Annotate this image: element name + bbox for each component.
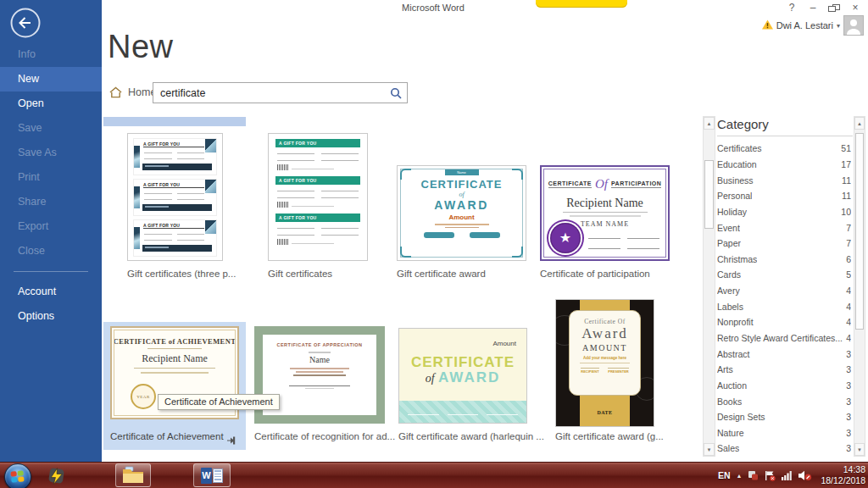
template-label[interactable]: Gift certificate award [397,269,486,279]
scroll-down-button[interactable]: ▼ [704,443,715,456]
help-button[interactable]: ? [786,2,798,14]
template-label[interactable]: Gift certificates (three p... [127,269,236,279]
category-item-christmas[interactable]: Christmas6 [717,251,851,267]
tray-network-icon[interactable] [782,470,793,480]
category-item-design-sets[interactable]: Design Sets3 [717,409,851,425]
gift-slip: A GIFT FOR YOU [133,179,217,216]
category-item-abstract[interactable]: Abstract3 [717,346,851,362]
tray-volume-icon[interactable] [798,470,812,481]
starburst-badge: ★ [550,223,581,253]
template-gift-certificate-award[interactable]: Name CERTIFICATE of AWARD Amount [397,165,526,261]
tray-device-icon[interactable] [748,470,759,480]
scroll-down-button[interactable]: ▼ [854,443,865,456]
word-taskbar-button[interactable]: W [193,463,231,487]
backstage-nav: Info New Open Save Save As Print Share E… [0,42,102,263]
clock[interactable]: 14:38 18/12/2018 [821,464,865,486]
search-input[interactable] [153,87,390,99]
sidebar-item-save: Save [0,116,102,141]
category-divider [717,136,853,136]
tray-flag-icon[interactable] [765,470,776,481]
back-arrow-icon [9,7,42,39]
template-label[interactable]: Gift certificates [268,269,332,279]
sidebar-item-account[interactable]: Account [0,280,102,304]
clock-date: 18/12/2018 [821,475,865,486]
category-scrollbar[interactable]: ▲ ▼ [854,116,865,457]
pin-icon[interactable] [227,433,237,448]
category-item-business[interactable]: Business11 [717,172,851,188]
sidebar-item-print: Print [0,165,102,190]
template-gift-certificate-award-gold[interactable]: Certificate Of Award AMOUNT Add your mes… [555,299,654,427]
sidebar-item-save-as: Save As [0,141,102,165]
sidebar-item-new[interactable]: New [0,67,102,92]
scrollbar-thumb[interactable] [704,160,714,229]
category-item-event[interactable]: Event7 [717,219,851,236]
category-item-education[interactable]: Education17 [717,157,851,173]
template-gift-certificates-three[interactable]: A GIFT FOR YOU A GIFT FOR YOU A GIFT FOR… [127,133,223,261]
category-item-sales[interactable]: Sales3 [717,441,851,455]
windows-taskbar: W EN ▲ 14:38 18/12/2018 [0,462,868,488]
category-item-books[interactable]: Books3 [717,393,851,409]
message-lines [398,224,526,228]
category-item-holiday[interactable]: Holiday10 [717,204,851,220]
category-item-retro-style[interactable]: Retro Style Award Certificates...4 [717,330,851,347]
signature-line [289,385,350,389]
gift-slip: A GIFT FOR YOU [133,138,217,175]
template-label[interactable]: Gift certificate award (g... [555,431,664,441]
word-icon: W [201,468,223,484]
template-gift-certificates[interactable]: A GIFT FOR YOU A GIFT FOR YOU A GIFT FOR… [268,133,368,261]
gift-slip: A GIFT FOR YOU [275,139,360,170]
category-item-nature[interactable]: Nature3 [717,425,851,441]
category-list: Certificates51 Education17 Business11 Pe… [717,141,851,455]
close-button[interactable]: × [849,2,861,14]
word-backstage-screen: Microsoft Word ? – × Dwi A. Lestari ▾ In… [0,0,868,488]
category-item-paper[interactable]: Paper7 [717,236,851,252]
scrollbar-thumb[interactable] [855,133,864,330]
home-icon [109,86,122,98]
folder-icon [122,466,144,485]
template-label[interactable]: Gift certificate award (harlequin ... [398,431,544,441]
caret-down-icon: ▾ [837,22,840,30]
main-scrollbar[interactable]: ▲ ▼ [703,116,715,457]
scroll-up-button[interactable]: ▲ [704,117,715,130]
sidebar-item-share: Share [0,190,102,214]
template-gift-certificate-award-harlequin[interactable]: Amount CERTIFICATE of AWARD [398,328,527,424]
category-item-cards[interactable]: Cards5 [717,267,851,283]
template-label[interactable]: Certificate of recognition for ad... [254,431,395,441]
category-item-certificates[interactable]: Certificates51 [717,141,851,157]
sidebar-item-options[interactable]: Options [0,304,102,329]
category-item-avery[interactable]: Avery4 [717,283,851,299]
category-title: Category [717,117,769,131]
minimize-button[interactable]: – [807,2,819,14]
sidebar-item-info: Info [0,42,102,67]
category-item-labels[interactable]: Labels4 [717,298,851,314]
year-seal: YEAR [131,384,156,409]
pattern-band [399,401,526,423]
category-item-auction[interactable]: Auction3 [717,378,851,394]
category-item-nonprofit[interactable]: Nonprofit4 [717,314,851,330]
search-icon[interactable] [390,87,402,99]
system-tray: EN ▲ 14:38 18/12/2018 [718,463,865,488]
file-explorer-button[interactable] [115,463,151,487]
restore-button[interactable] [828,4,840,12]
scroll-up-button[interactable]: ▲ [854,117,865,130]
template-label[interactable]: Certificate of participation [540,269,650,279]
winamp-icon[interactable] [46,465,67,488]
template-label[interactable]: Certificate of Achievement [110,431,224,441]
back-button[interactable] [9,7,42,39]
warning-icon [762,18,773,33]
language-indicator[interactable]: EN [718,470,731,480]
gift-slip: A GIFT FOR YOU [275,214,360,245]
account-menu[interactable]: Dwi A. Lestari ▾ [762,15,864,36]
backstage-sidebar: Info New Open Save Save As Print Share E… [0,0,102,462]
category-item-personal[interactable]: Personal11 [717,188,851,204]
clock-time: 14:38 [821,464,865,475]
sidebar-item-open[interactable]: Open [0,92,102,116]
avatar [843,15,864,36]
start-button[interactable] [4,463,31,488]
home-button[interactable]: Home [109,86,156,98]
tray-expand-icon[interactable]: ▲ [737,473,743,479]
category-item-arts[interactable]: Arts3 [717,362,851,378]
field-pills [398,232,526,238]
partial-selection-bar [103,117,246,126]
template-certificate-of-participation[interactable]: CERTIFICATE Of PARTICIPATION Recipient N… [540,165,670,261]
